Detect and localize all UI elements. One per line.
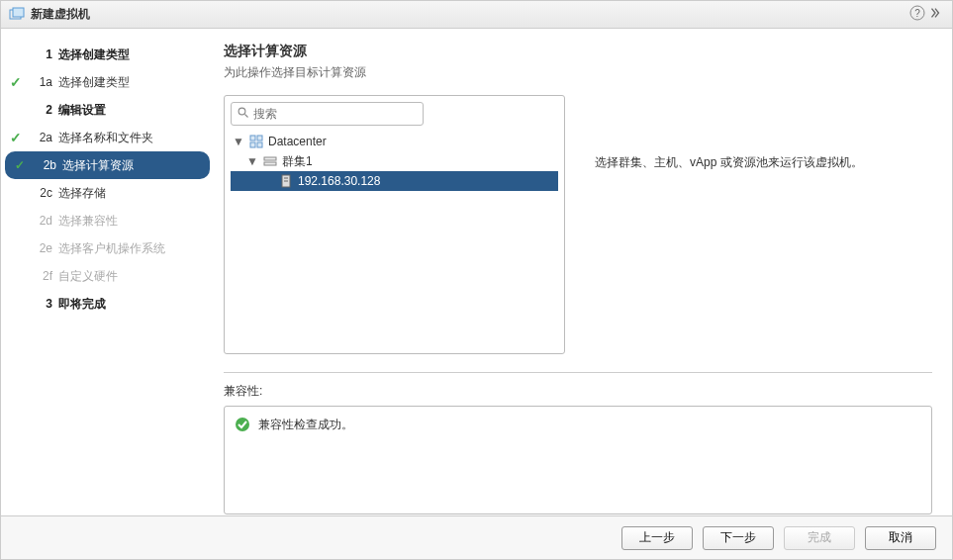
vm-icon [9,7,25,23]
help-icon[interactable]: ? [908,5,926,24]
compat-label: 兼容性: [224,383,932,400]
finish-button: 完成 [784,526,855,550]
compat-message: 兼容性检查成功。 [258,417,353,433]
search-box[interactable] [231,102,424,126]
step-label: 选择客户机操作系统 [58,238,165,258]
back-button[interactable]: 上一步 [621,526,693,550]
host-icon [278,173,294,189]
svg-rect-11 [264,162,276,165]
step-number: 2e [25,238,52,258]
resource-tree-panel: ▼Datacenter▼群集1192.168.30.128 [224,95,565,354]
search-icon [238,107,249,122]
cancel-button[interactable]: 取消 [865,526,936,550]
svg-rect-9 [257,142,262,147]
step-number: 2d [25,211,52,231]
cluster-icon [262,153,278,169]
dialog-body: 1选择创建类型✓1a选择创建类型2编辑设置✓2a选择名称和文件夹✓2b选择计算资… [1,29,952,515]
wizard-step-2a[interactable]: ✓2a选择名称和文件夹 [1,124,214,151]
svg-point-15 [236,418,249,431]
step-number: 2a [25,128,52,147]
step-label: 编辑设置 [58,100,106,120]
tree-node-cluster[interactable]: ▼群集1 [231,151,558,171]
svg-rect-8 [250,142,255,147]
wizard-step-3[interactable]: 3即将完成 [1,290,214,318]
step-number: 2b [29,155,56,175]
svg-rect-7 [257,136,262,140]
svg-rect-1 [13,8,24,17]
step-label: 即将完成 [58,294,106,314]
dialog-footer: 上一步 下一步 完成 取消 [1,515,952,559]
wizard-step-2[interactable]: 2编辑设置 [1,96,214,124]
check-icon: ✓ [11,155,29,175]
step-label: 选择计算资源 [62,155,134,175]
step-label: 选择名称和文件夹 [58,128,153,147]
titlebar: 新建虚拟机 ? [1,1,952,29]
content-heading: 选择计算资源 [224,43,932,60]
svg-point-4 [238,108,245,115]
wizard-step-1[interactable]: 1选择创建类型 [1,41,214,68]
svg-text:?: ? [914,8,920,19]
tree-node-host[interactable]: 192.168.30.128 [231,171,558,191]
step-label: 自定义硬件 [58,266,118,286]
help-text: 选择群集、主机、vApp 或资源池来运行该虚拟机。 [595,95,932,354]
wizard-steps: 1选择创建类型✓1a选择创建类型2编辑设置✓2a选择名称和文件夹✓2b选择计算资… [1,29,214,515]
divider [224,372,932,373]
wizard-step-2b[interactable]: ✓2b选择计算资源 [5,151,210,179]
tree-node-label: Datacenter [268,135,327,148]
wizard-step-2f: 2f自定义硬件 [1,262,214,290]
compat-box: 兼容性检查成功。 [224,406,932,514]
success-icon [235,417,250,435]
check-icon: ✓ [7,72,25,92]
step-number: 1 [25,45,52,64]
wizard-step-2c[interactable]: 2c选择存储 [1,179,214,207]
step-number: 3 [25,294,52,314]
check-icon: ✓ [7,128,25,147]
tree-node-label: 群集1 [282,153,313,170]
content-subtitle: 为此操作选择目标计算资源 [224,64,932,81]
tree-node-datacenter[interactable]: ▼Datacenter [231,132,558,151]
svg-line-5 [245,114,248,117]
expand-toggle-icon[interactable]: ▼ [233,135,244,148]
wizard-step-2d: 2d选择兼容性 [1,207,214,234]
tree-node-label: 192.168.30.128 [298,174,380,188]
step-number: 2c [25,183,52,203]
search-input[interactable] [253,107,417,121]
wizard-content: 选择计算资源 为此操作选择目标计算资源 ▼Datacenter▼群集1192.1… [214,29,952,515]
svg-rect-10 [264,157,276,160]
step-number: 1a [25,72,52,92]
resource-tree: ▼Datacenter▼群集1192.168.30.128 [231,132,558,191]
step-number: 2f [25,266,52,286]
step-label: 选择创建类型 [58,45,130,64]
expand-toggle-icon[interactable]: ▼ [246,154,258,168]
wizard-step-2e: 2e选择客户机操作系统 [1,234,214,262]
new-vm-wizard-dialog: 新建虚拟机 ? 1选择创建类型✓1a选择创建类型2编辑设置✓2a选择名称和文件夹… [0,0,953,560]
step-label: 选择创建类型 [58,72,130,92]
svg-rect-6 [250,136,255,140]
next-button[interactable]: 下一步 [703,526,774,550]
step-label: 选择存储 [58,183,106,203]
step-label: 选择兼容性 [58,211,118,231]
dialog-title: 新建虚拟机 [31,6,908,23]
wizard-step-1a[interactable]: ✓1a选择创建类型 [1,68,214,96]
step-number: 2 [25,100,52,120]
datacenter-icon [248,134,264,149]
collapse-icon[interactable] [926,6,944,23]
